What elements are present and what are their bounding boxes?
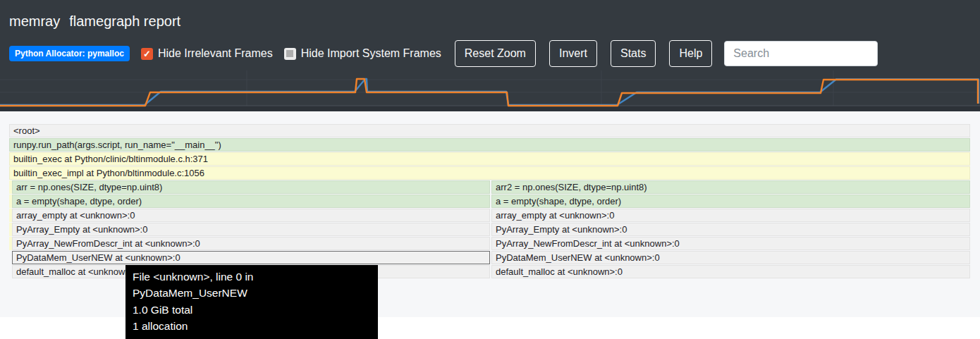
- flame-frame[interactable]: <root>: [9, 124, 970, 137]
- flame-frame[interactable]: PyArray_NewFromDescr_int at <unknown>:0: [491, 237, 970, 250]
- flame-frame[interactable]: builtin_exec at Python/clinic/bltinmodul…: [9, 152, 970, 166]
- flamegraph: <root>runpy.run_path(args.script, run_na…: [9, 124, 970, 279]
- flame-frame[interactable]: PyDataMem_UserNEW at <unknown>:0: [12, 251, 490, 264]
- hide-import-system-frames-label: Hide Import System Frames: [301, 47, 441, 60]
- flame-frame[interactable]: PyArray_Empty at <unknown>:0: [12, 223, 490, 236]
- main-area: <root>runpy.run_path(args.script, run_na…: [0, 111, 980, 339]
- flame-frame[interactable]: a = empty(shape, dtype, order): [12, 195, 490, 208]
- search-input[interactable]: [724, 41, 878, 66]
- checkbox-checked-icon[interactable]: ✓: [141, 48, 153, 60]
- flame-frame[interactable]: default_malloc at <unknown>:0: [491, 265, 970, 278]
- flame-frame[interactable]: arr = np.ones(SIZE, dtype=np.uint8): [12, 180, 490, 194]
- flame-frame[interactable]: PyDataMem_UserNEW at <unknown>:0: [491, 251, 970, 264]
- flame-frame[interactable]: array_empty at <unknown>:0: [491, 209, 970, 222]
- tooltip-size-line: 1.0 GiB total: [133, 302, 371, 318]
- app-brand: memray: [9, 13, 60, 30]
- flame-frame[interactable]: builtin_exec_impl at Python/bltinmodule.…: [9, 166, 970, 180]
- invert-button[interactable]: Invert: [549, 40, 597, 67]
- allocator-badge: Python Allocator: pymalloc: [9, 46, 130, 61]
- hide-irrelevant-frames-checkbox-group[interactable]: ✓ Hide Irrelevant Frames: [141, 47, 273, 60]
- reset-zoom-button[interactable]: Reset Zoom: [455, 40, 536, 67]
- flame-frame[interactable]: a = empty(shape, dtype, order): [491, 195, 970, 208]
- hide-irrelevant-frames-label: Hide Irrelevant Frames: [158, 47, 273, 60]
- flame-frame[interactable]: PyArray_Empty at <unknown>:0: [491, 223, 970, 236]
- help-button[interactable]: Help: [669, 40, 712, 67]
- navbar: memray flamegraph report Python Allocato…: [0, 0, 980, 111]
- tooltip-allocations-line: 1 allocation: [133, 318, 371, 334]
- flame-frame[interactable]: arr2 = np.ones(SIZE, dtype=np.uint8): [491, 180, 970, 194]
- memory-usage-graph[interactable]: [0, 70, 980, 111]
- brand-row: memray flamegraph report: [9, 13, 180, 30]
- stats-button[interactable]: Stats: [611, 40, 656, 67]
- flame-frame[interactable]: runpy.run_path(args.script, run_name="__…: [9, 138, 970, 152]
- tooltip-location-line: File <unknown>, line 0 in PyDataMem_User…: [133, 269, 371, 302]
- toolbar: Python Allocator: pymalloc ✓ Hide Irrele…: [9, 40, 878, 67]
- flame-frame[interactable]: PyArray_NewFromDescr_int at <unknown>:0: [12, 237, 490, 250]
- frame-tooltip: File <unknown>, line 0 in PyDataMem_User…: [125, 265, 378, 339]
- checkbox-unchecked-icon[interactable]: [284, 48, 296, 60]
- flame-frame[interactable]: array_empty at <unknown>:0: [12, 209, 490, 222]
- hide-import-system-frames-checkbox-group[interactable]: Hide Import System Frames: [284, 47, 441, 60]
- page-title: flamegraph report: [69, 13, 180, 30]
